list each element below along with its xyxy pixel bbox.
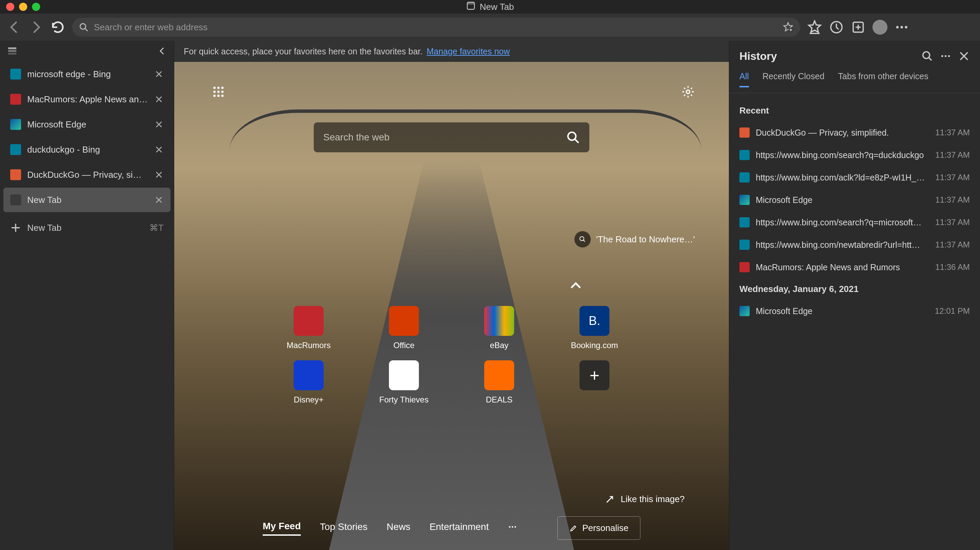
history-item[interactable]: Microsoft Edge 11:37 AM <box>729 189 980 211</box>
personalise-label: Personalise <box>582 523 628 533</box>
feed-tab[interactable]: News <box>387 521 410 535</box>
back-button[interactable] <box>7 20 22 35</box>
new-tab-button[interactable]: New Tab ⌘T <box>3 216 170 240</box>
history-item-title: https://www.bing.com/search?q=microsoft… <box>756 217 929 227</box>
new-tab-label: New Tab <box>27 223 62 233</box>
history-item-title: MacRumors: Apple News and Rumors <box>756 262 929 272</box>
image-credit[interactable]: 'The Road to Nowhere…' <box>574 231 695 247</box>
window-titlebar: New Tab <box>0 0 980 14</box>
maximize-window-button[interactable] <box>32 3 40 11</box>
collections-button[interactable] <box>851 20 865 35</box>
favorites-button[interactable] <box>807 20 822 35</box>
like-image-text: Like this image? <box>620 494 685 504</box>
quick-link-label: Booking.com <box>571 341 618 350</box>
edge-favicon-icon <box>10 119 21 130</box>
history-tab[interactable]: Recently Closed <box>762 71 824 87</box>
history-close-icon[interactable] <box>958 50 970 62</box>
tabs-header <box>0 41 174 61</box>
tab-item[interactable]: New Tab <box>3 188 170 212</box>
close-tab-icon[interactable] <box>154 95 164 104</box>
close-tab-icon[interactable] <box>154 170 164 179</box>
forward-button[interactable] <box>29 20 43 35</box>
history-more-icon[interactable] <box>940 50 951 62</box>
personalise-button[interactable]: Personalise <box>557 516 640 540</box>
pencil-icon <box>569 524 578 532</box>
manage-favorites-link[interactable]: Manage favorites now <box>427 47 510 56</box>
search-icon[interactable] <box>566 130 580 144</box>
svg-point-19 <box>221 91 224 93</box>
address-bar[interactable] <box>72 18 800 37</box>
close-window-button[interactable] <box>6 3 14 11</box>
quick-link-label: DEALS <box>486 395 513 404</box>
svg-rect-1 <box>467 2 474 5</box>
history-tab[interactable]: All <box>740 71 749 87</box>
history-item-title: Microsoft Edge <box>756 306 929 316</box>
tab-item[interactable]: microsoft edge - Bing <box>3 62 170 86</box>
history-tab[interactable]: Tabs from other devices <box>838 71 928 87</box>
collapse-tabs-icon[interactable] <box>158 46 167 56</box>
plus-icon: + <box>579 360 609 390</box>
history-item[interactable]: https://www.bing.com/newtabredir?url=htt… <box>729 233 980 256</box>
bing-favicon-icon <box>740 217 749 227</box>
tab-item[interactable]: Microsoft Edge <box>3 112 170 137</box>
history-panel: History AllRecently ClosedTabs from othe… <box>729 41 980 550</box>
history-search-icon[interactable] <box>921 50 933 62</box>
tab-label: microsoft edge - Bing <box>27 69 148 79</box>
like-image-link[interactable]: Like this image? <box>605 494 685 504</box>
add-quick-link-button[interactable]: + <box>572 360 617 404</box>
forty-tile-icon <box>389 360 419 390</box>
deals-tile-icon <box>484 360 514 390</box>
feed-tab[interactable]: My Feed <box>263 521 301 536</box>
new-tab-page: For quick access, place your favorites h… <box>174 41 729 550</box>
history-button[interactable] <box>829 20 844 35</box>
ddg-favicon-icon <box>740 127 749 138</box>
quick-link-label: MacRumors <box>286 341 331 350</box>
tab-item[interactable]: DuckDuckGo — Privacy, simplified. <box>3 162 170 187</box>
page-layout-icon[interactable] <box>212 85 225 98</box>
web-search-box[interactable] <box>314 122 589 152</box>
close-tab-icon[interactable] <box>154 145 164 154</box>
history-item[interactable]: MacRumors: Apple News and Rumors 11:36 A… <box>729 256 980 278</box>
search-image-icon[interactable] <box>574 231 591 247</box>
quick-link-item[interactable]: Disney+ <box>286 360 331 404</box>
quick-link-item[interactable]: MacRumors <box>286 306 331 350</box>
close-tab-icon[interactable] <box>154 69 164 79</box>
tab-item[interactable]: MacRumors: Apple News and Rumors <box>3 87 170 111</box>
search-icon <box>79 22 89 32</box>
collapse-quicklinks-icon[interactable] <box>569 279 582 292</box>
history-body[interactable]: Recent DuckDuckGo — Privacy, simplified.… <box>729 93 980 550</box>
tabs-list-icon[interactable] <box>7 46 18 56</box>
feed-bar: My FeedTop StoriesNewsEntertainment Pers… <box>174 516 729 540</box>
star-add-icon[interactable] <box>783 22 794 33</box>
close-tab-icon[interactable] <box>154 120 164 129</box>
svg-point-28 <box>509 526 511 528</box>
bing-favicon-icon <box>740 150 749 160</box>
page-settings-icon[interactable] <box>681 85 695 98</box>
quick-link-item[interactable]: DEALS <box>477 360 521 404</box>
close-tab-icon[interactable] <box>154 195 164 204</box>
svg-point-33 <box>941 55 943 57</box>
quick-link-item[interactable]: B. Booking.com <box>572 306 617 350</box>
history-item[interactable]: https://www.bing.com/search?q=microsoft…… <box>729 211 980 233</box>
svg-point-10 <box>905 26 907 28</box>
tab-item[interactable]: duckduckgo - Bing <box>3 137 170 162</box>
history-item[interactable]: https://www.bing.com/aclk?ld=e8zP-wI1H_…… <box>729 166 980 189</box>
feed-tab[interactable]: Entertainment <box>430 521 488 535</box>
quick-link-item[interactable]: Office <box>382 306 426 350</box>
history-item[interactable]: Microsoft Edge 12:01 PM <box>729 300 980 322</box>
minimize-window-button[interactable] <box>19 3 27 11</box>
address-input[interactable] <box>94 22 777 33</box>
history-item[interactable]: https://www.bing.com/search?q=duckduckgo… <box>729 144 980 166</box>
quick-link-label: Disney+ <box>294 395 323 404</box>
history-item[interactable]: DuckDuckGo — Privacy, simplified. 11:37 … <box>729 121 980 144</box>
web-search-input[interactable] <box>323 132 566 143</box>
quick-link-item[interactable]: eBay <box>477 306 521 350</box>
quick-link-item[interactable]: Forty Thieves <box>382 360 426 404</box>
macrumors-favicon-icon <box>10 94 21 105</box>
reload-button[interactable] <box>50 20 65 35</box>
history-item-title: Microsoft Edge <box>756 195 929 205</box>
menu-button[interactable] <box>894 20 909 35</box>
profile-avatar[interactable] <box>872 20 888 35</box>
feed-tab[interactable]: Top Stories <box>320 521 368 535</box>
feed-more-icon[interactable] <box>508 522 517 534</box>
